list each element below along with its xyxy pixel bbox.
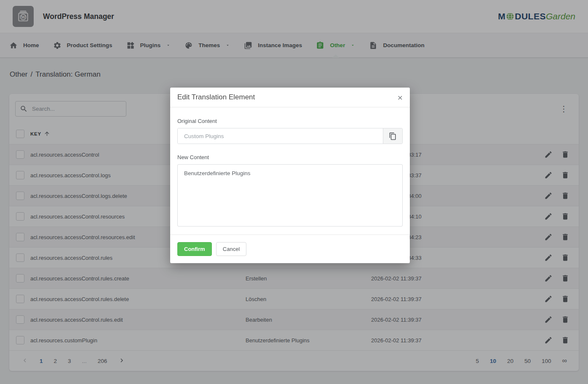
new-content-textarea[interactable]: Benutzerdefinierte Plugins [177, 164, 403, 227]
edit-translation-modal: Edit Translation Element × Original Cont… [170, 88, 410, 263]
modal-title: Edit Translation Element [177, 93, 255, 101]
new-content-label: New Content [177, 154, 403, 160]
close-icon[interactable]: × [398, 93, 403, 102]
modal-footer: Confirm Cancel [170, 235, 410, 263]
cancel-button[interactable]: Cancel [216, 242, 246, 256]
modal-header: Edit Translation Element × [170, 88, 410, 107]
copy-icon [389, 132, 397, 140]
original-content-group [177, 128, 403, 144]
original-content-input[interactable] [178, 128, 383, 144]
modal-body: Original Content New Content Benutzerdef… [170, 107, 410, 235]
confirm-button[interactable]: Confirm [177, 242, 212, 256]
original-content-label: Original Content [177, 118, 403, 124]
copy-button[interactable] [383, 128, 402, 144]
